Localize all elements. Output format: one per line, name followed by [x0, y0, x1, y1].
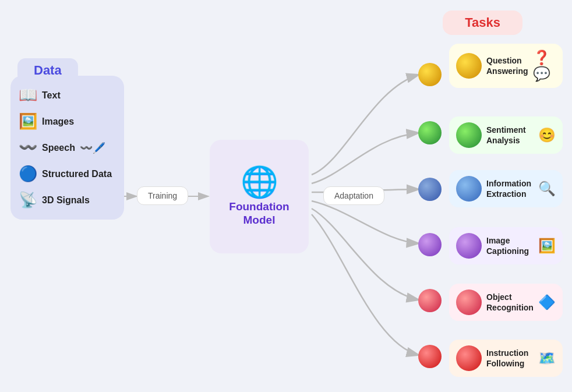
structured-data-item: 🔵 Structured Data [19, 165, 116, 183]
question-answering-card: Question Answering ❓💬 [449, 44, 563, 88]
speech-icon: 〰️ [19, 139, 37, 157]
question-answering-icon: ❓💬 [533, 50, 556, 82]
object-recognition-sphere [456, 289, 482, 315]
image-captioning-sphere [456, 233, 482, 259]
object-recognition-label: Object Recognition [486, 292, 534, 313]
ic-node-sphere [418, 233, 442, 256]
signals-icon: 📡 [19, 191, 37, 209]
object-recognition-icon: 🔷 [538, 294, 556, 310]
foundation-label: FoundationModel [229, 200, 289, 227]
signals-label: 3D Signals [42, 195, 90, 206]
sa-node-sphere [418, 121, 442, 144]
information-extraction-icon: 🔍 [538, 181, 556, 197]
structured-icon: 🔵 [19, 165, 37, 183]
images-label: Images [42, 116, 74, 127]
tasks-title: Tasks [443, 10, 522, 35]
image-captioning-label: Image Captioning [486, 235, 534, 256]
training-box: Training [137, 186, 188, 205]
ie-node-sphere [418, 178, 442, 201]
images-icon: 🖼️ [19, 112, 37, 130]
or-node-sphere [418, 289, 442, 312]
instruction-following-icon: 🗺️ [538, 350, 556, 366]
instruction-following-label: Instruction Following [486, 348, 534, 369]
speech-item: 〰️ Speech 〰️🖊️ [19, 139, 116, 157]
text-icon: 📖 [19, 86, 37, 104]
image-captioning-card: Image Captioning 🖼️ [449, 227, 563, 264]
foundation-model-box: 🌐 FoundationModel [210, 140, 309, 253]
speech-wave-icon: 〰️🖊️ [80, 142, 105, 154]
foundation-sphere: 🌐 [241, 167, 278, 197]
text-item: 📖 Text [19, 86, 116, 104]
instruction-following-card: Instruction Following 🗺️ [449, 340, 563, 377]
instruction-following-sphere [456, 345, 482, 371]
signals-item: 📡 3D Signals [19, 191, 116, 209]
image-captioning-icon: 🖼️ [538, 238, 556, 254]
data-panel: 📖 Text 🖼️ Images 〰️ Speech 〰️🖊️ 🔵 Struct… [10, 76, 124, 220]
sentiment-analysis-label: Sentiment Analysis [486, 125, 534, 146]
adaptation-box: Adaptation [323, 186, 384, 205]
if-node-sphere [418, 345, 442, 368]
text-label: Text [42, 90, 61, 101]
adaptation-label: Adaptation [334, 191, 373, 200]
sentiment-analysis-icon: 😊 [538, 127, 556, 143]
qa-node-sphere [418, 63, 442, 86]
sentiment-analysis-card: Sentiment Analysis 😊 [449, 116, 563, 154]
information-extraction-sphere [456, 176, 482, 202]
images-item: 🖼️ Images [19, 112, 116, 130]
information-extraction-label: Information Extraction [486, 178, 534, 199]
training-label: Training [148, 191, 177, 200]
object-recognition-card: Object Recognition 🔷 [449, 284, 563, 321]
speech-label: Speech [42, 143, 75, 153]
sentiment-analysis-sphere [456, 122, 482, 148]
question-answering-label: Question Answering [486, 55, 528, 76]
structured-label: Structured Data [42, 169, 112, 179]
question-answering-sphere [456, 53, 482, 79]
information-extraction-card: Information Extraction 🔍 [449, 170, 563, 207]
